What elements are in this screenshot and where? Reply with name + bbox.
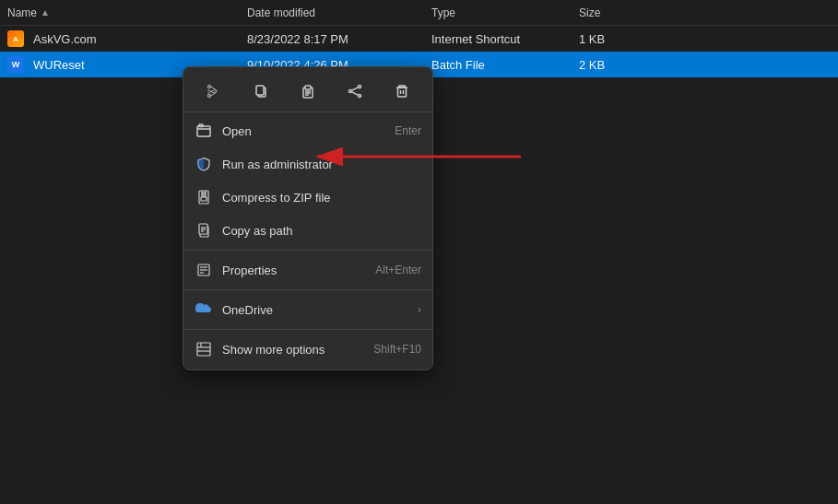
delete-button[interactable] — [387, 76, 417, 106]
svg-rect-4 — [305, 86, 311, 89]
copy-path-label: Copy as path — [222, 224, 421, 238]
table-row[interactable]: A AskVG.com 8/23/2022 8:17 PM Internet S… — [0, 26, 838, 52]
row2-name-text: WUReset — [33, 58, 85, 72]
row1-type: Internet Shortcut — [431, 32, 579, 46]
size-col-label: Size — [579, 6, 600, 19]
compress-label: Compress to ZIP file — [222, 191, 421, 205]
zip-icon — [195, 188, 213, 206]
paste-button[interactable] — [293, 76, 323, 106]
more-options-label: Show more options — [222, 343, 366, 357]
onedrive-icon — [195, 300, 213, 319]
shield-icon — [195, 155, 213, 173]
properties-label: Properties — [222, 264, 368, 277]
svg-line-11 — [351, 88, 358, 91]
context-toolbar: ✂ — [183, 71, 432, 112]
type-col-label: Type — [431, 6, 455, 19]
open-label: Open — [222, 124, 387, 138]
svg-rect-24 — [201, 197, 207, 201]
menu-item-onedrive[interactable]: OneDrive › — [183, 293, 432, 326]
row1-date: 8/23/2022 8:17 PM — [247, 32, 431, 46]
svg-rect-16 — [197, 126, 210, 136]
col-date-header[interactable]: Date modified — [247, 6, 431, 19]
separator-1 — [183, 250, 432, 251]
open-icon — [195, 122, 213, 140]
copy-button[interactable] — [246, 76, 276, 106]
svg-text:✂: ✂ — [207, 87, 215, 97]
context-menu: ✂ — [183, 66, 433, 370]
svg-point-9 — [358, 95, 360, 98]
menu-item-properties[interactable]: Properties Alt+Enter — [183, 253, 432, 287]
svg-rect-34 — [197, 343, 210, 356]
svg-rect-13 — [397, 88, 406, 97]
run-admin-label: Run as administrator — [222, 158, 414, 171]
separator-3 — [183, 329, 432, 330]
more-options-shortcut: Shift+F10 — [373, 343, 421, 356]
row2-size: 2 KB — [579, 58, 653, 72]
menu-item-more-options[interactable]: Show more options Shift+F10 — [183, 333, 432, 366]
more-options-icon — [195, 340, 213, 358]
menu-item-open[interactable]: Open Enter — [183, 114, 432, 147]
properties-shortcut: Alt+Enter — [375, 264, 421, 276]
col-type-header[interactable]: Type — [431, 6, 579, 19]
copy-path-icon — [195, 221, 213, 240]
svg-line-12 — [351, 92, 358, 96]
share-button[interactable] — [340, 76, 370, 106]
separator-2 — [183, 289, 432, 290]
cut-button[interactable]: ✂ — [199, 76, 229, 106]
col-name-header[interactable]: Name ▲ — [7, 6, 247, 19]
properties-icon — [195, 261, 213, 279]
name-col-label: Name — [7, 6, 37, 19]
menu-item-copy-path[interactable]: Copy as path — [183, 214, 432, 247]
askvg-icon: A — [7, 30, 24, 47]
sort-arrow: ▲ — [41, 7, 50, 18]
onedrive-label: OneDrive — [222, 303, 410, 317]
col-size-header[interactable]: Size — [579, 6, 653, 19]
row2-type: Batch File — [431, 58, 579, 72]
menu-item-run-admin[interactable]: Run as administrator — [183, 147, 432, 181]
svg-point-8 — [358, 86, 360, 88]
table-header: Name ▲ Date modified Type Size — [0, 0, 838, 26]
svg-rect-2 — [256, 86, 264, 95]
menu-item-compress[interactable]: Compress to ZIP file — [183, 181, 432, 214]
open-shortcut: Enter — [395, 124, 421, 137]
onedrive-arrow: › — [418, 303, 421, 316]
svg-point-10 — [348, 90, 351, 93]
date-col-label: Date modified — [247, 6, 315, 19]
wureset-icon: W — [7, 56, 24, 73]
row1-size: 1 KB — [579, 32, 653, 46]
row1-name: A AskVG.com — [7, 30, 247, 47]
row1-name-text: AskVG.com — [33, 32, 97, 46]
